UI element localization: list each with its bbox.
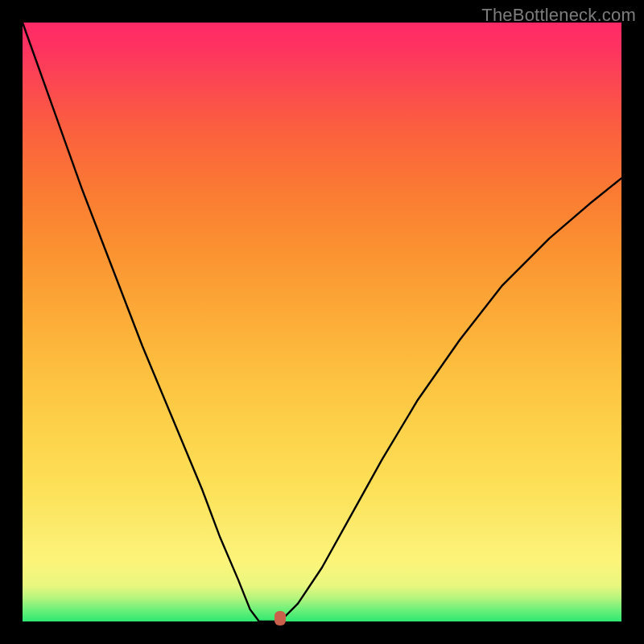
curve-layer	[23, 23, 621, 621]
chart-frame: TheBottleneck.com	[0, 0, 644, 644]
watermark-text: TheBottleneck.com	[481, 5, 636, 26]
bottleneck-curve	[23, 23, 621, 621]
optimal-point-marker	[275, 611, 286, 625]
